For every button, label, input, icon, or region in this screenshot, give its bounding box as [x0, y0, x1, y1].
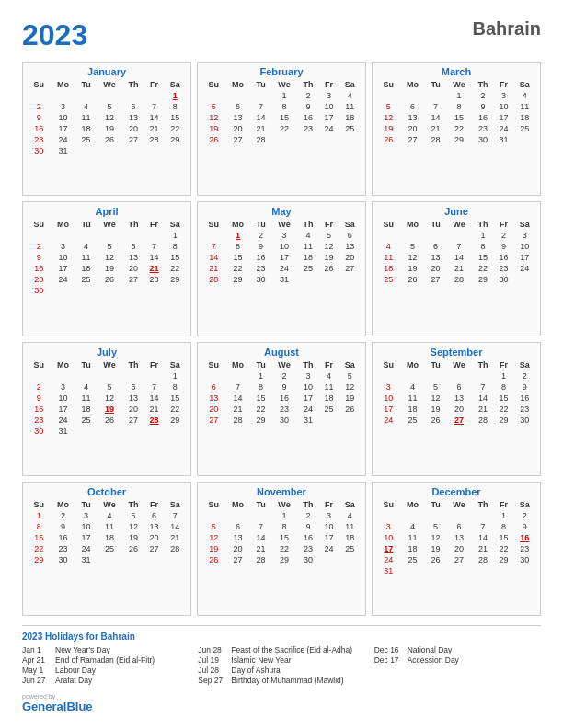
calendar-day: 27 — [446, 554, 473, 565]
calendar-day — [297, 134, 319, 145]
calendar-day: 19 — [202, 543, 225, 554]
calendar-day: 15 — [494, 392, 513, 404]
calendar-day: 19 — [377, 123, 400, 134]
calendar-day: 2 — [297, 510, 319, 521]
calendar-day — [144, 285, 164, 296]
calendar-day: 10 — [494, 101, 513, 112]
calendar-day: 20 — [225, 543, 251, 554]
calendar-day: 10 — [319, 101, 339, 112]
calendar-day — [202, 230, 225, 241]
calendar-day: 19 — [426, 404, 446, 415]
calendar-day: 25 — [400, 554, 426, 565]
calendar-day: 21 — [251, 543, 271, 554]
brand-general: General — [22, 700, 66, 713]
holidays-columns: Jan 1New Year's DayApr 21End of Ramadan … — [22, 645, 541, 686]
holiday-name: Labour Day — [55, 665, 96, 675]
calendar-day: 19 — [97, 263, 123, 274]
day-header: Su — [202, 79, 225, 90]
calendar-day: 20 — [202, 404, 225, 415]
calendar-day: 24 — [319, 123, 339, 134]
calendar-day — [164, 285, 186, 296]
calendar-day: 8 — [28, 521, 51, 532]
calendar-day — [319, 554, 339, 565]
calendar-day — [377, 370, 400, 381]
year-title: 2023 — [22, 18, 87, 52]
calendar-day: 3 — [271, 230, 298, 241]
holiday-date: Jun 27 — [22, 676, 52, 685]
month-name: April — [28, 206, 186, 217]
calendar-table: SuMoTuWeThFrSa12345678910111213141516171… — [28, 79, 186, 156]
calendar-day — [144, 145, 164, 156]
holiday-date: Apr 21 — [22, 655, 52, 665]
calendar-table: SuMoTuWeThFrSa12345678910111213141516171… — [202, 359, 361, 426]
day-header: Mo — [51, 219, 76, 230]
day-header: We — [271, 79, 298, 90]
calendar-day: 26 — [339, 404, 361, 415]
calendar-day: 3 — [51, 241, 76, 252]
calendar-day: 4 — [76, 101, 97, 112]
calendar-day — [144, 426, 164, 437]
calendar-day: 7 — [225, 381, 251, 392]
calendar-day: 7 — [251, 101, 271, 112]
calendar-day: 28 — [251, 134, 271, 145]
month-name: October — [28, 486, 186, 497]
holidays-section: 2023 Holidays for Bahrain Jan 1New Year'… — [22, 625, 541, 686]
calendar-table: SuMoTuWeThFrSa12345678910111213141516171… — [202, 219, 361, 285]
calendar-day — [28, 90, 51, 101]
holiday-name: Islamic New Year — [231, 655, 291, 665]
calendar-day: 24 — [271, 263, 298, 274]
calendar-day: 30 — [51, 554, 76, 565]
calendar-day: 21 — [144, 263, 164, 274]
calendar-day: 22 — [251, 404, 271, 415]
calendar-day: 1 — [494, 510, 513, 521]
calendar-day: 6 — [122, 381, 144, 392]
calendar-day: 11 — [377, 252, 400, 263]
calendar-day: 22 — [472, 263, 494, 274]
calendar-day: 9 — [297, 521, 319, 532]
calendar-day — [202, 510, 225, 521]
day-header: Tu — [251, 499, 271, 510]
calendar-day — [164, 145, 186, 156]
calendar-day: 25 — [76, 415, 97, 426]
calendar-day: 24 — [51, 415, 76, 426]
calendar-day: 22 — [164, 123, 186, 134]
calendar-day: 1 — [225, 230, 251, 241]
calendar-day — [400, 565, 426, 576]
calendar-day: 9 — [251, 241, 271, 252]
calendar-day: 13 — [426, 252, 446, 263]
calendar-day: 5 — [339, 370, 361, 381]
calendar-day: 17 — [377, 404, 400, 415]
calendar-day: 17 — [51, 123, 76, 134]
day-header: Su — [28, 499, 51, 510]
calendar-day: 2 — [297, 90, 319, 101]
day-header: Sa — [339, 359, 361, 370]
day-header: Fr — [494, 499, 513, 510]
calendar-day — [446, 370, 473, 381]
calendar-day — [164, 554, 186, 565]
calendar-day: 17 — [271, 252, 298, 263]
calendar-day: 19 — [122, 532, 144, 543]
holiday-name: Accession Day — [408, 655, 459, 665]
calendar-day: 17 — [319, 532, 339, 543]
calendar-day: 31 — [377, 565, 400, 576]
calendar-day: 5 — [426, 521, 446, 532]
calendar-day: 21 — [202, 263, 225, 274]
day-header: We — [97, 499, 123, 510]
calendar-day: 25 — [377, 274, 400, 285]
calendar-day — [426, 510, 446, 521]
day-header: Su — [377, 359, 400, 370]
calendar-day — [472, 370, 494, 381]
calendar-day — [513, 274, 535, 285]
calendar-day: 23 — [28, 274, 51, 285]
calendar-day: 27 — [122, 274, 144, 285]
calendar-day — [76, 285, 97, 296]
day-header: Th — [472, 79, 494, 90]
calendar-day: 28 — [164, 543, 186, 554]
calendar-day: 28 — [472, 554, 494, 565]
calendar-day: 29 — [472, 274, 494, 285]
calendar-day: 11 — [76, 252, 97, 263]
holiday-item: Dec 16National Day — [374, 645, 541, 654]
calendar-day: 13 — [202, 392, 225, 404]
calendar-day: 4 — [297, 230, 319, 241]
calendar-day: 3 — [319, 90, 339, 101]
